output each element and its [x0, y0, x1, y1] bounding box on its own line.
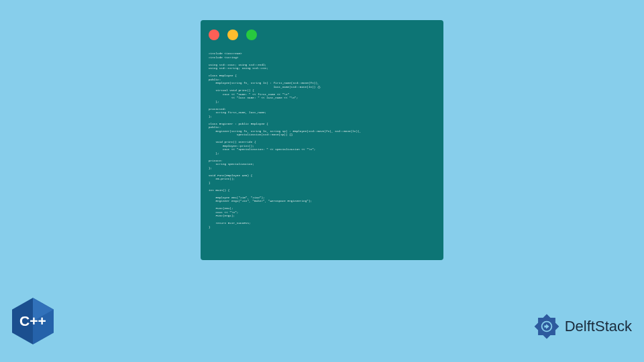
code-window: #include <iostream> #include <string> us…	[201, 20, 443, 260]
code-content: #include <iostream> #include <string> us…	[209, 52, 435, 229]
delftstack-label: DelftStack	[565, 318, 632, 335]
svg-point-12	[538, 333, 540, 335]
svg-point-8	[553, 318, 555, 320]
close-icon	[209, 29, 219, 40]
svg-point-14	[538, 318, 540, 320]
delftstack-icon	[531, 311, 562, 342]
svg-point-7	[545, 315, 547, 317]
minimize-icon	[227, 29, 238, 40]
svg-point-10	[553, 333, 555, 335]
svg-point-11	[545, 336, 547, 338]
delftstack-logo: DelftStack	[531, 311, 632, 342]
maximize-icon	[246, 29, 257, 40]
svg-point-13	[535, 326, 537, 328]
svg-point-9	[556, 326, 558, 328]
cpp-logo: C++	[12, 298, 54, 345]
cpp-label: C++	[19, 313, 46, 328]
traffic-lights	[209, 29, 435, 40]
